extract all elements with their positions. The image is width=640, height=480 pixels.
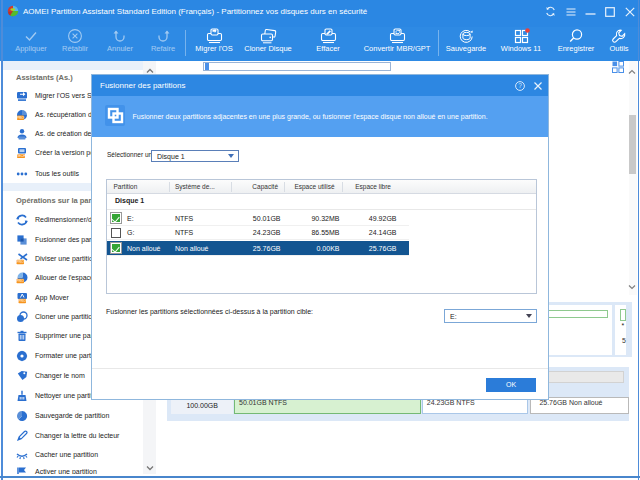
svg-text:PRO: PRO — [17, 280, 25, 284]
svg-text:PRO: PRO — [19, 299, 27, 303]
svg-text:TECH: TECH — [16, 155, 26, 159]
svg-text:PRO: PRO — [17, 260, 25, 264]
svg-text:PRO: PRO — [17, 116, 25, 120]
svg-text:?: ? — [518, 82, 522, 89]
